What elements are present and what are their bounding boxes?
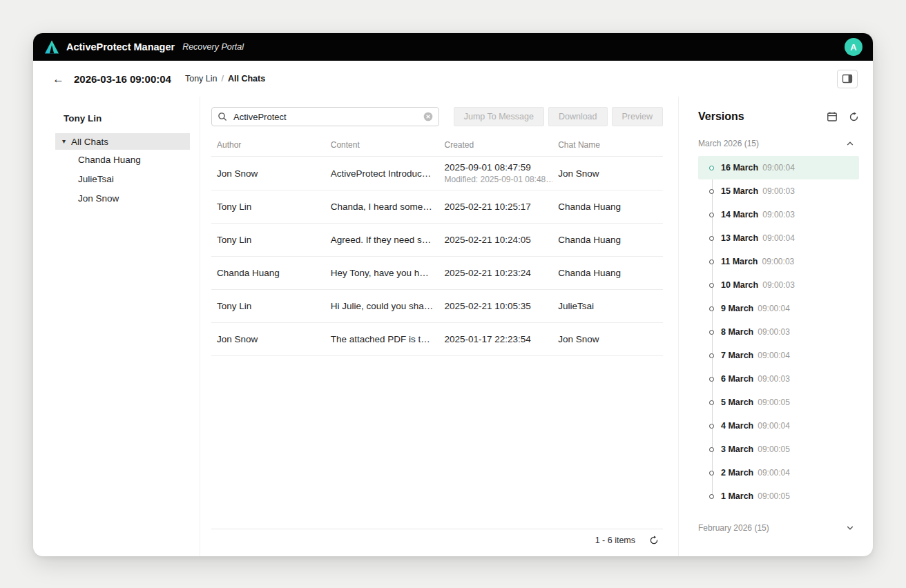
column-header-chat-name: Chat Name <box>552 136 663 156</box>
preview-button[interactable]: Preview <box>612 107 663 126</box>
table-row[interactable]: Jon Snow The attached PDF is the … 2025-… <box>211 323 663 356</box>
version-item[interactable]: 13 March 09:00:04 <box>698 226 859 250</box>
version-time: 09:00:05 <box>758 398 790 407</box>
version-item[interactable]: 6 March 09:00:03 <box>698 367 859 391</box>
version-day: 3 March <box>721 444 753 454</box>
search-icon <box>218 112 227 121</box>
version-dot-icon <box>709 330 714 335</box>
version-item[interactable]: 5 March 09:00:05 <box>698 391 859 414</box>
search-box <box>211 107 439 126</box>
cell-chat-name: Chanda Huang <box>552 262 663 284</box>
chevron-up-icon <box>845 139 855 148</box>
version-dot-icon <box>709 424 714 429</box>
jump-to-message-button[interactable]: Jump To Message <box>454 107 544 126</box>
month-group-february[interactable]: February 2026 (15) <box>698 516 859 540</box>
version-item[interactable]: 9 March 09:00:04 <box>698 297 859 320</box>
version-item[interactable]: 3 March 09:00:05 <box>698 438 859 461</box>
caret-down-icon: ▾ <box>62 138 66 145</box>
cell-created: 2025-02-21 10:25:17 <box>438 196 552 217</box>
version-item[interactable]: 11 March 09:00:03 <box>698 250 859 273</box>
chat-tree-sidebar: Tony Lin ▾ All Chats Chanda Huang JulieT… <box>33 97 200 556</box>
version-day: 10 March <box>721 280 758 290</box>
version-time: 09:00:03 <box>758 374 790 384</box>
side-panel-toggle-button[interactable] <box>837 70 858 88</box>
search-input[interactable] <box>232 111 418 123</box>
version-dot-icon <box>709 471 714 476</box>
table-row[interactable]: Tony Lin Agreed. If they need som… 2025-… <box>211 224 663 257</box>
version-item[interactable]: 2 March 09:00:04 <box>698 461 859 484</box>
main-area: Tony Lin ▾ All Chats Chanda Huang JulieT… <box>33 97 873 556</box>
version-item[interactable]: 7 March 09:00:04 <box>698 344 859 367</box>
download-button[interactable]: Download <box>548 107 608 126</box>
version-dot-icon <box>709 400 714 405</box>
version-day: 13 March <box>721 233 758 243</box>
table-row[interactable]: Jon Snow ActiveProtect Introducti… 2025-… <box>211 157 663 190</box>
panel-toggle-icon <box>842 73 853 84</box>
refresh-list-icon[interactable] <box>649 536 659 545</box>
version-day: 6 March <box>721 374 753 384</box>
app-header: ActiveProtect Manager Recovery Portal A <box>33 33 873 61</box>
month-label: March 2026 (15) <box>698 139 759 148</box>
back-arrow-icon[interactable]: ← <box>52 73 64 85</box>
table-header-row: Author Content Created Chat Name <box>211 136 663 157</box>
cell-created: 2025-02-21 10:05:35 <box>438 295 552 317</box>
table-row[interactable]: Tony Lin Hi Julie, could you share … 202… <box>211 290 663 323</box>
chevron-down-icon <box>845 523 855 533</box>
cell-content: Hey Tony, have you had … <box>325 262 439 284</box>
user-avatar[interactable]: A <box>845 38 862 56</box>
month-label: February 2026 (15) <box>698 523 769 533</box>
version-dot-icon <box>709 306 714 311</box>
version-time: 09:00:05 <box>758 444 790 454</box>
version-dot-icon <box>709 377 714 382</box>
table-footer: 1 - 6 items <box>211 529 663 548</box>
version-item[interactable]: 4 March 09:00:04 <box>698 414 859 438</box>
version-item[interactable]: 1 March 09:00:05 <box>698 484 859 508</box>
month-group-march[interactable]: March 2026 (15) <box>698 135 859 152</box>
sidebar-item-chat[interactable]: Chanda Huang <box>55 150 190 169</box>
table-row[interactable]: Tony Lin Chanda, I heard some te… 2025-0… <box>211 190 663 224</box>
clear-search-icon[interactable] <box>423 112 433 121</box>
breadcrumb-separator: / <box>222 74 224 84</box>
version-item[interactable]: 8 March 09:00:03 <box>698 320 859 344</box>
version-day: 7 March <box>721 351 753 360</box>
sidebar-item-chat[interactable]: Jon Snow <box>55 188 190 208</box>
version-dot-icon <box>709 259 714 264</box>
activeprotect-logo-icon <box>44 39 60 55</box>
version-dot-icon <box>709 494 714 499</box>
version-dot-icon <box>709 236 714 241</box>
version-dot-icon <box>709 166 714 170</box>
cell-author: Chanda Huang <box>211 262 325 284</box>
version-time: 09:00:03 <box>762 186 795 196</box>
version-item[interactable]: 10 March 09:00:03 <box>698 273 859 297</box>
message-list-panel: Jump To Message Download Preview Author … <box>200 97 678 556</box>
versions-header: Versions <box>698 110 859 123</box>
app-title: ActiveProtect Manager <box>66 41 175 52</box>
version-day: 14 March <box>721 210 758 219</box>
version-item[interactable]: 16 March 09:00:04 <box>698 156 859 179</box>
version-time: 09:00:04 <box>758 351 790 360</box>
version-time: 09:00:03 <box>762 280 795 290</box>
calendar-icon[interactable] <box>827 111 838 122</box>
version-day: 5 March <box>721 398 753 407</box>
table-row[interactable]: Chanda Huang Hey Tony, have you had … 20… <box>211 257 663 290</box>
sidebar-item-all-chats[interactable]: ▾ All Chats <box>55 133 190 150</box>
version-item[interactable]: 15 March 09:00:03 <box>698 179 859 203</box>
toolbar: Jump To Message Download Preview <box>211 107 663 126</box>
refresh-versions-icon[interactable] <box>849 112 859 122</box>
column-header-author: Author <box>211 136 325 156</box>
column-header-content: Content <box>325 136 439 156</box>
version-day: 8 March <box>721 327 753 337</box>
items-count: 1 - 6 items <box>595 536 635 545</box>
cell-content: ActiveProtect Introducti… <box>325 163 439 184</box>
breadcrumb-parent[interactable]: Tony Lin <box>185 74 218 84</box>
version-time: 09:00:03 <box>762 257 795 266</box>
version-dot-icon <box>709 189 714 194</box>
sidebar-item-chat[interactable]: JulieTsai <box>55 169 190 188</box>
cell-content: Chanda, I heard some te… <box>325 196 439 217</box>
cell-created: 2025-02-21 10:24:05 <box>438 229 552 251</box>
version-dot-icon <box>709 283 714 288</box>
app-subtitle: Recovery Portal <box>182 42 244 52</box>
action-buttons: Jump To Message Download Preview <box>454 107 663 126</box>
version-item[interactable]: 14 March 09:00:03 <box>698 203 859 226</box>
cell-author: Tony Lin <box>211 229 325 251</box>
